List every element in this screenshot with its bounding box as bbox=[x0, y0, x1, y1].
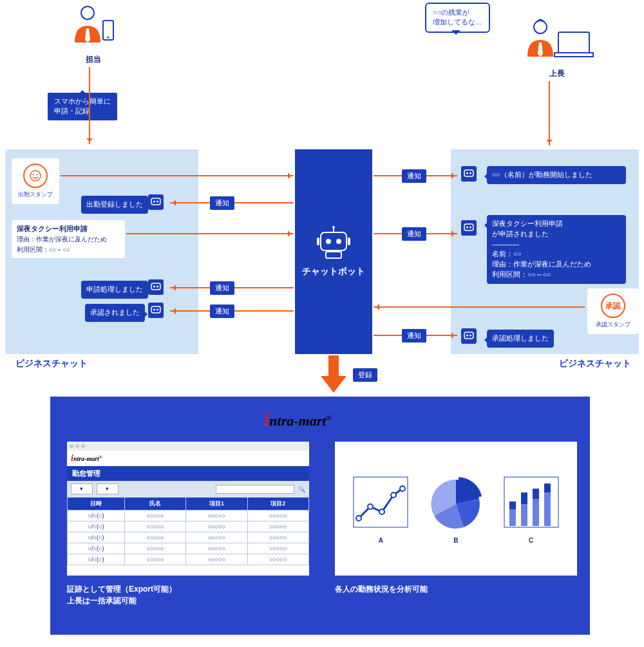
stamp-approve: 承認 承認スタンプ bbox=[587, 288, 639, 334]
svg-point-28 bbox=[469, 173, 471, 174]
caption-evidence: 証跡として管理（Export可能） 上長は一括承認可能 bbox=[67, 583, 176, 606]
bubble-registration-done: 出勤登録しました bbox=[81, 196, 148, 214]
svg-rect-43 bbox=[509, 509, 516, 526]
svg-rect-49 bbox=[544, 492, 551, 526]
svg-rect-47 bbox=[533, 499, 539, 526]
svg-point-25 bbox=[156, 309, 158, 311]
svg-rect-45 bbox=[521, 504, 527, 526]
card-attendance-table: intra-mart® 勤怠管理 ▾ ▾ 🔍 日時氏名項目1項目2 ○/○(○)… bbox=[67, 442, 309, 576]
svg-point-9 bbox=[326, 239, 331, 244]
tag-notify-1: 通知 bbox=[210, 196, 234, 210]
svg-point-38 bbox=[368, 504, 373, 509]
svg-rect-32 bbox=[464, 332, 473, 339]
arrow-staff-to-chat bbox=[89, 67, 90, 144]
svg-marker-35 bbox=[321, 355, 346, 393]
svg-point-19 bbox=[156, 201, 158, 203]
chart-pie: B bbox=[424, 473, 488, 544]
svg-point-37 bbox=[356, 516, 361, 521]
chatbot-label: チャットボット bbox=[302, 266, 365, 277]
caption-analysis: 各人の勤務状況を分析可能 bbox=[335, 583, 428, 595]
panel-business-chat-left-label: ビジネスチャット bbox=[15, 358, 88, 370]
bubble-apply-done: 申請処理しました bbox=[81, 281, 148, 299]
svg-point-15 bbox=[33, 174, 34, 175]
stamp-approve-label: 承認スタンプ bbox=[592, 321, 634, 329]
tag-notify-3: 通知 bbox=[210, 305, 234, 318]
svg-point-3 bbox=[534, 21, 547, 33]
svg-rect-36 bbox=[354, 477, 408, 527]
persona-supervisor-label: 上長 bbox=[515, 68, 599, 79]
svg-rect-44 bbox=[509, 502, 516, 509]
svg-rect-46 bbox=[521, 492, 527, 504]
svg-rect-48 bbox=[533, 489, 539, 499]
svg-point-30 bbox=[466, 227, 468, 229]
svg-rect-8 bbox=[321, 232, 346, 250]
bubble-approved: 承認されました bbox=[85, 304, 145, 322]
svg-rect-50 bbox=[544, 483, 551, 492]
svg-point-40 bbox=[391, 492, 396, 498]
approve-stamp-icon: 承認 bbox=[601, 294, 625, 318]
svg-rect-29 bbox=[464, 224, 473, 230]
arrow-approve-to-bot bbox=[374, 306, 585, 308]
svg-point-14 bbox=[30, 171, 41, 181]
svg-point-22 bbox=[156, 286, 158, 288]
persona-supervisor: 上長 bbox=[515, 18, 599, 79]
tag-notify-r1: 通知 bbox=[402, 169, 426, 183]
bubble-work-started: ○○（名前）が勤務開始しました bbox=[487, 166, 626, 184]
search-icon: 🔍 bbox=[298, 486, 305, 492]
svg-point-7 bbox=[332, 226, 335, 229]
tag-smartphone-apply: スマホから簡単に 申請・記録 bbox=[48, 93, 117, 120]
tag-notify-r3: 通知 bbox=[402, 329, 426, 342]
svg-rect-23 bbox=[151, 306, 160, 313]
svg-point-31 bbox=[469, 227, 471, 229]
persona-staff: 担当 bbox=[64, 4, 122, 65]
svg-point-34 bbox=[469, 335, 471, 337]
svg-point-41 bbox=[400, 486, 405, 491]
panel-business-chat-right-label: ビジネスチャット bbox=[559, 358, 631, 370]
smile-icon bbox=[23, 164, 48, 188]
tag-register: 登録 bbox=[353, 368, 377, 382]
svg-point-0 bbox=[81, 6, 94, 19]
stamp-attendance-label: 出勤スタンプ bbox=[17, 191, 54, 199]
svg-point-27 bbox=[466, 173, 468, 174]
bot-icon bbox=[461, 166, 477, 182]
chart-line: A bbox=[350, 473, 412, 544]
bubble-approve-done: 承認処理しました bbox=[487, 330, 554, 348]
bot-icon bbox=[461, 328, 477, 344]
svg-point-16 bbox=[37, 174, 38, 175]
svg-rect-26 bbox=[464, 170, 473, 176]
svg-point-33 bbox=[466, 335, 468, 337]
arrow-supervisor-to-chat bbox=[549, 81, 550, 145]
bubble-taxi-apply: 深夜タクシー利用申請 理由：作業が深夜に及んだため 利用区間：○○～○○ bbox=[12, 220, 125, 258]
persona-staff-label: 担当 bbox=[64, 54, 122, 65]
bot-icon bbox=[461, 220, 477, 236]
svg-rect-11 bbox=[317, 238, 319, 245]
tag-notify-r2: 通知 bbox=[402, 227, 426, 241]
stamp-attendance: 出勤スタンプ bbox=[12, 158, 59, 204]
svg-rect-5 bbox=[554, 53, 593, 57]
logo-intra-mart: intra-mart® bbox=[264, 408, 331, 430]
bubble-taxi-applied: 深夜タクシー利用申請 が申請されました ———— 名前：○○ 理由：作業が深夜に… bbox=[487, 215, 626, 284]
svg-point-24 bbox=[153, 309, 155, 311]
svg-rect-4 bbox=[558, 32, 589, 53]
card-charts: A B C bbox=[335, 442, 577, 576]
svg-rect-13 bbox=[326, 252, 341, 258]
svg-rect-12 bbox=[348, 238, 350, 245]
svg-point-2 bbox=[108, 37, 109, 39]
svg-point-10 bbox=[336, 239, 341, 244]
svg-point-39 bbox=[379, 509, 384, 514]
tag-notify-2: 通知 bbox=[210, 281, 234, 295]
chatbot-box: チャットボット bbox=[295, 149, 372, 354]
chart-bar: C bbox=[500, 473, 562, 544]
arrow-register bbox=[321, 355, 346, 394]
thought-supervisor: ○○の残業が 増加してるな… bbox=[425, 3, 490, 33]
table-title: 勤怠管理 bbox=[67, 466, 309, 481]
arrow-stamp-to-bot bbox=[61, 175, 294, 176]
attendance-table: 日時氏名項目1項目2 ○/○(○)○○○○○○○○○○○○○○○ ○/○(○)○… bbox=[67, 497, 309, 565]
arrow-taxi-to-bot bbox=[126, 233, 294, 234]
